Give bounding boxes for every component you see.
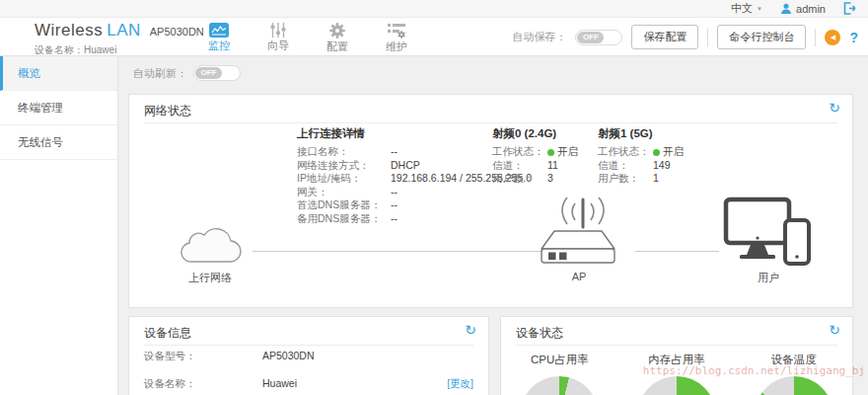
radio-status: 开启 xyxy=(547,145,578,159)
device-name-value: Huawei xyxy=(84,44,116,55)
brand-lan: LAN xyxy=(107,21,141,40)
refresh-icon[interactable]: ↻ xyxy=(829,100,840,116)
detail-row: IP地址/掩码：192.168.6.194 / 255.255.255.0 xyxy=(297,172,504,186)
detail-label: 网关： xyxy=(297,186,391,199)
radio0-section: 射频0 (2.4G) 工作状态： 开启 信道：11 用户数：3 xyxy=(492,126,601,186)
uplink-details-title: 上行连接详情 xyxy=(297,126,504,141)
detail-label: 接口名称： xyxy=(297,145,391,159)
save-config-button[interactable]: 保存配置 xyxy=(631,25,698,49)
auto-refresh-label: 自动刷新： xyxy=(133,66,187,81)
detail-label: 设备型号： xyxy=(144,350,262,363)
detail-row: 信道：11 xyxy=(492,159,601,173)
user-icon xyxy=(780,3,792,15)
sidebar-item-label: 终端管理 xyxy=(18,102,63,114)
brand-logo: WirelessLANAP5030DN 设备名称：Huawei xyxy=(35,21,204,57)
list-gear-icon xyxy=(388,23,405,39)
change-name-link[interactable]: [更改] xyxy=(447,377,473,391)
radio-status: 开启 xyxy=(653,145,684,159)
back-icon[interactable]: ◀ xyxy=(825,30,840,45)
detail-label: 用户数： xyxy=(598,172,653,186)
cli-console-button[interactable]: 命令行控制台 xyxy=(717,25,806,49)
detail-label: 首选DNS服务器： xyxy=(297,198,391,212)
divider xyxy=(707,29,708,46)
detail-row: 用户数：1 xyxy=(598,172,706,186)
user-devices-icon xyxy=(723,197,814,268)
cloud-icon xyxy=(171,217,250,267)
device-name-row: 设备名称： Huawei [更改] xyxy=(144,377,473,391)
user-menu[interactable]: admin xyxy=(780,3,826,15)
nav-item-maintain[interactable]: 维护 xyxy=(367,18,426,56)
language-selector[interactable]: 中文 ▼ xyxy=(731,1,762,16)
nav-item-config[interactable]: 配置 xyxy=(308,18,367,56)
device-info-panel: 设备信息 ↻ 设备型号： AP5030DN 设备名称： Huawei [更改] xyxy=(128,316,489,395)
detail-row: 信道：149 xyxy=(598,159,706,173)
nav-item-wizard[interactable]: 向导 xyxy=(249,18,308,56)
sidebar-item-overview[interactable]: 概览 xyxy=(0,56,117,91)
header-actions: 自动保存： OFF 保存配置 命令行控制台 ◀ ? xyxy=(512,18,858,56)
autosave-toggle[interactable]: OFF xyxy=(575,30,622,45)
nav-label: 配置 xyxy=(326,40,348,54)
gear-icon xyxy=(329,23,345,39)
detail-value: 149 xyxy=(653,159,671,173)
detail-label: 信道： xyxy=(598,159,653,173)
main-content: 自动刷新： OFF 网络状态 ↻ 上行连接详情 接口名称：-- 网络连接方式：D… xyxy=(118,56,868,395)
main-nav: 监控 向导 xyxy=(189,18,426,56)
cpu-usage-label: CPU占用率 xyxy=(501,353,618,367)
detail-label: 信道： xyxy=(492,159,547,173)
detail-label: IP地址/掩码： xyxy=(297,172,391,186)
nav-item-monitor[interactable]: 监控 xyxy=(189,18,249,56)
app-header: WirelessLANAP5030DN 设备名称：Huawei 监控 xyxy=(0,18,868,56)
detail-label: 备用DNS服务器： xyxy=(297,212,391,226)
sliders-icon xyxy=(269,23,287,38)
detail-value: Huawei xyxy=(262,377,297,391)
status-dot-icon xyxy=(547,149,554,156)
device-model-row: 设备型号： AP5030DN xyxy=(144,350,473,363)
autosave-toggle-state: OFF xyxy=(577,32,604,43)
uplink-network-label: 上行网络 xyxy=(171,271,250,285)
detail-row: 网关：-- xyxy=(297,186,504,199)
sidebar: 概览 终端管理 无线信号 xyxy=(0,56,118,395)
device-name-label: 设备名称： xyxy=(35,44,84,55)
detail-label: 设备名称： xyxy=(144,377,262,391)
sidebar-item-wireless-signal[interactable]: 无线信号 xyxy=(0,125,117,160)
ap-label: AP xyxy=(539,271,619,282)
uplink-details-section: 上行连接详情 接口名称：-- 网络连接方式：DHCP IP地址/掩码：192.1… xyxy=(297,126,504,225)
detail-label: 工作状态： xyxy=(598,145,653,159)
detail-value: 3 xyxy=(547,172,553,186)
status-dot-icon xyxy=(653,149,660,156)
panel-title: 网络状态 xyxy=(144,103,191,119)
detail-row: 用户数：3 xyxy=(492,172,601,186)
detail-value: -- xyxy=(391,212,398,226)
detail-row: 接口名称：-- xyxy=(297,145,504,159)
device-status-panel: 设备状态 ↻ CPU占用率 内存占用率 设备温度 xyxy=(500,316,853,395)
detail-value: DHCP xyxy=(391,159,420,173)
detail-value: -- xyxy=(391,145,398,159)
detail-row: 网络连接方式：DHCP xyxy=(297,159,504,173)
sidebar-item-terminal-management[interactable]: 终端管理 xyxy=(0,91,117,125)
device-name-line: 设备名称：Huawei xyxy=(35,43,204,57)
refresh-icon[interactable]: ↻ xyxy=(465,322,476,338)
detail-value: 11 xyxy=(547,159,558,173)
network-status-panel: 网络状态 ↻ 上行连接详情 接口名称：-- 网络连接方式：DHCP IP地址/掩… xyxy=(128,94,853,308)
radio1-title: 射频1 (5G) xyxy=(598,126,706,141)
auto-refresh-toggle[interactable]: OFF xyxy=(193,65,241,81)
panel-title: 设备信息 xyxy=(144,325,191,342)
detail-row: 首选DNS服务器：-- xyxy=(297,198,504,212)
refresh-icon[interactable]: ↻ xyxy=(829,322,840,338)
link-line xyxy=(253,251,542,252)
watermark-text: https://blog.csdn.net/lizhigang_bj xyxy=(643,364,865,377)
gauge-row xyxy=(501,376,852,395)
logout-icon[interactable] xyxy=(843,2,858,15)
divider xyxy=(815,29,816,46)
detail-label: 用户数： xyxy=(492,172,547,186)
device-temp-gauge xyxy=(755,376,833,395)
help-icon[interactable]: ? xyxy=(849,30,858,45)
detail-row: 工作状态： 开启 xyxy=(492,145,601,159)
autosave-label: 自动保存： xyxy=(512,30,566,44)
detail-row: 备用DNS服务器：-- xyxy=(297,212,504,226)
monitor-icon xyxy=(209,23,229,38)
top-strip: 中文 ▼ admin xyxy=(0,0,868,18)
detail-label: 工作状态： xyxy=(492,145,547,159)
detail-label: 网络连接方式： xyxy=(297,159,391,173)
app-window: 中文 ▼ admin WirelessLANAP5030DN 设备名称：Huaw… xyxy=(0,0,868,395)
